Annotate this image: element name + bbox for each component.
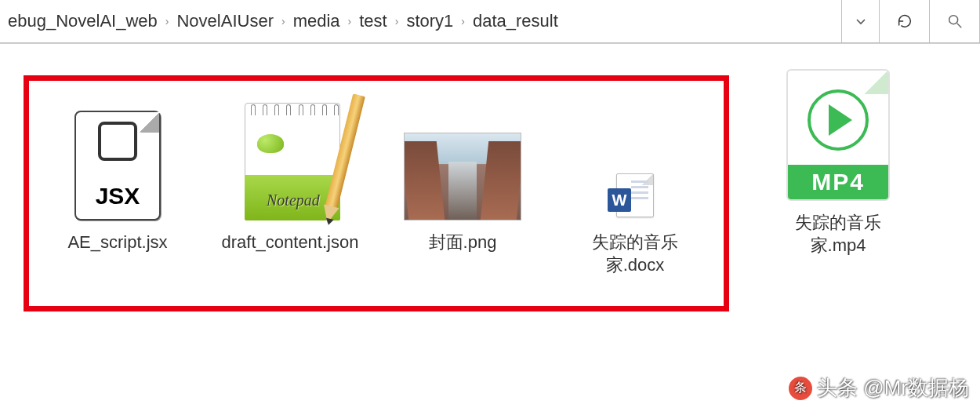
watermark: 条 头条 @Mr数据杨: [789, 374, 969, 402]
chevron-right-icon: ›: [165, 15, 169, 27]
address-bar: ebug_NovelAI_web › NovelAIUser › media ›…: [0, 0, 980, 44]
png-thumbnail-icon: [404, 95, 521, 220]
file-label: draft_content.json: [222, 231, 359, 254]
file-item-jsx[interactable]: JSX AE_script.jsx: [43, 95, 192, 254]
notepadpp-file-icon: Notepad: [231, 95, 349, 220]
word-badge: W: [608, 188, 631, 212]
selection-highlight: JSX AE_script.jsx Notepad draft_content.…: [24, 75, 729, 311]
svg-line-1: [956, 24, 961, 28]
svg-point-0: [949, 16, 957, 24]
search-icon: [946, 13, 964, 30]
mp4-file-icon: MP4: [779, 75, 897, 201]
chevron-right-icon: ›: [461, 15, 465, 27]
breadcrumb-item-5[interactable]: data_result: [471, 8, 560, 35]
notepadpp-label: Notepad: [267, 191, 320, 209]
file-item-mp4[interactable]: MP4 失踪的音乐家.mp4: [764, 75, 913, 257]
refresh-button[interactable]: [880, 0, 930, 43]
chevron-right-icon: ›: [281, 15, 285, 27]
breadcrumb-item-3[interactable]: test: [358, 8, 388, 35]
file-content-pane[interactable]: JSX AE_script.jsx Notepad draft_content.…: [0, 44, 980, 311]
file-item-json[interactable]: Notepad draft_content.json: [216, 95, 365, 254]
search-input[interactable]: [930, 0, 980, 43]
chevron-down-icon: [855, 15, 867, 27]
chevron-right-icon: ›: [348, 15, 352, 27]
breadcrumb-item-2[interactable]: media: [292, 8, 342, 35]
chevron-right-icon: ›: [395, 15, 399, 27]
breadcrumb-item-4[interactable]: story1: [405, 8, 455, 35]
file-item-png[interactable]: 封面.png: [388, 95, 537, 254]
watermark-text: 头条 @Mr数据杨: [817, 374, 969, 402]
mp4-badge-text: MP4: [788, 165, 888, 199]
refresh-icon: [896, 13, 913, 30]
watermark-logo-icon: 条: [789, 377, 812, 400]
file-label: 失踪的音乐家.mp4: [768, 212, 909, 257]
play-icon: [808, 89, 869, 151]
file-item-docx[interactable]: W 失踪的音乐家.docx: [561, 95, 710, 276]
breadcrumb[interactable]: ebug_NovelAI_web › NovelAIUser › media ›…: [0, 0, 842, 43]
breadcrumb-item-0[interactable]: ebug_NovelAI_web: [6, 8, 159, 35]
file-label: 封面.png: [429, 231, 497, 254]
breadcrumb-dropdown-button[interactable]: [842, 0, 880, 43]
file-label: 失踪的音乐家.docx: [564, 231, 706, 276]
docx-file-icon: W: [576, 95, 694, 220]
jsx-badge-text: JSX: [96, 183, 140, 209]
breadcrumb-item-1[interactable]: NovelAIUser: [175, 8, 274, 35]
file-label: AE_script.jsx: [67, 231, 167, 254]
jsx-file-icon: JSX: [59, 95, 176, 220]
